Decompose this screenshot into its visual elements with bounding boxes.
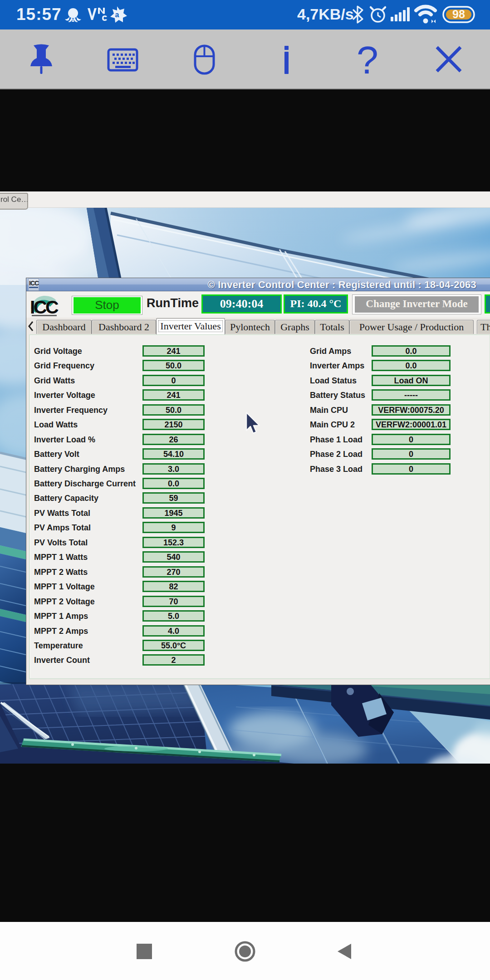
svg-text:a: a <box>115 11 119 19</box>
svg-text:98: 98 <box>452 8 465 20</box>
svg-text:?: ? <box>357 38 378 82</box>
svg-text:ICC: ICC <box>31 297 59 317</box>
svg-text:4,7KB/s: 4,7KB/s <box>297 5 354 23</box>
